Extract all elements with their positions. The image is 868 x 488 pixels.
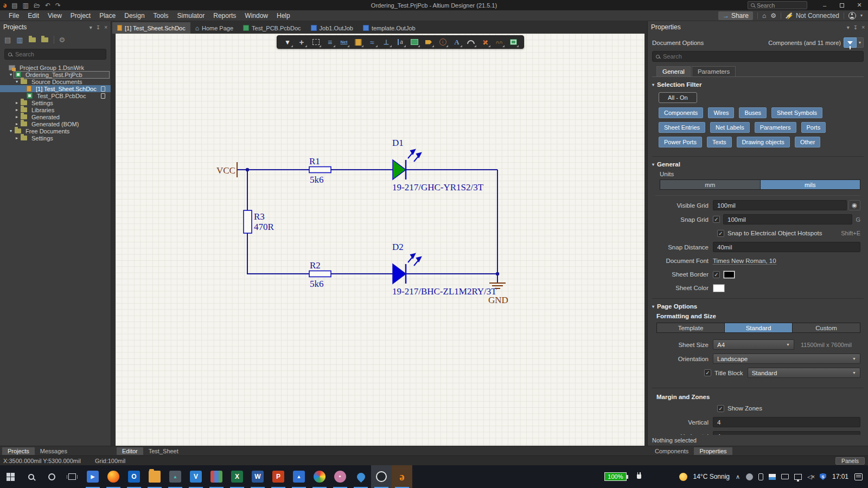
panel-menu-caret-icon[interactable]: ▾	[847, 24, 850, 30]
filter-drawing-objects-button[interactable]: Drawing objects	[737, 137, 790, 147]
sheet-border-checkbox[interactable]: ✓	[713, 271, 720, 278]
panel-settings-icon[interactable]: ⚙	[54, 36, 66, 44]
show-zones-checkbox[interactable]: ✓	[717, 405, 724, 412]
tree-closed-icon[interactable]: ▸	[14, 136, 20, 140]
battery-indicator[interactable]: 100%	[604, 472, 626, 481]
projects-search[interactable]	[4, 49, 106, 60]
wire-icon[interactable]	[366, 37, 378, 48]
r3-value[interactable]: 470R	[254, 222, 275, 232]
panels-button[interactable]: Panels	[835, 457, 865, 465]
bottom-tab-properties[interactable]: Properties	[694, 447, 732, 455]
mode-template-button[interactable]: Template	[657, 323, 724, 332]
taskbar-system-monitor[interactable]	[165, 465, 186, 488]
tree-closed-icon[interactable]: ▸	[14, 100, 20, 105]
taskbar-vscode[interactable]	[186, 465, 206, 488]
d1-designator[interactable]: D1	[392, 138, 404, 148]
tray-expand-icon[interactable]: ∧	[736, 473, 740, 480]
menu-file[interactable]: File	[4, 11, 23, 21]
defender-shield-icon[interactable]: S	[820, 473, 826, 480]
vertical-input[interactable]	[713, 417, 860, 427]
tree-item-libraries[interactable]: ▸ Libraries	[0, 106, 111, 113]
doc-tab-test-pcb-pcbdoc[interactable]: Test_PCB.PcbDoc	[238, 22, 305, 34]
select-icon[interactable]	[310, 37, 322, 48]
taskbar-outlook[interactable]	[124, 465, 144, 488]
d2-designator[interactable]: D2	[392, 242, 404, 252]
bottom-tab-editor[interactable]: Editor	[117, 447, 143, 455]
tree-closed-icon[interactable]: ▸	[14, 107, 20, 112]
doc-tab-template-outjob[interactable]: template.OutJob	[358, 22, 420, 34]
visible-grid-eye-button[interactable]: ◉	[848, 200, 860, 210]
sheet-size-select[interactable]: A4 ▼	[713, 339, 794, 350]
net-icon[interactable]	[338, 37, 350, 48]
filter-ports-button[interactable]: Ports	[801, 122, 826, 133]
menu-project[interactable]: Project	[66, 11, 95, 21]
filter-texts-button[interactable]: Texts	[707, 137, 732, 147]
align-icon[interactable]	[324, 37, 336, 48]
task-view-button[interactable]	[62, 465, 82, 488]
open-icon[interactable]: 🗁	[34, 2, 40, 9]
part-icon[interactable]	[352, 37, 364, 48]
volume-muted-icon[interactable]: ◁×	[807, 473, 814, 480]
r2-value[interactable]: 5k6	[310, 279, 324, 289]
port-icon[interactable]	[423, 37, 435, 48]
title-block-checkbox[interactable]: ✓	[704, 369, 711, 376]
redo-icon[interactable]: ↷	[55, 2, 61, 9]
tray-display-icon[interactable]	[794, 474, 802, 480]
save-icon[interactable]: ▤	[11, 2, 17, 9]
orientation-select[interactable]: Landscape ▼	[713, 354, 860, 364]
component-icon[interactable]	[507, 37, 519, 48]
taskbar-media-player[interactable]	[82, 465, 103, 488]
filter-sheet-entries-button[interactable]: Sheet Entries	[659, 122, 705, 133]
selection-filter-section-header[interactable]: ▾ Selection Filter	[652, 81, 864, 88]
taskbar-firefox[interactable]	[103, 465, 124, 488]
doc-tab-home-page[interactable]: ⌂ Home Page	[190, 22, 238, 34]
text-icon[interactable]	[451, 37, 463, 48]
snap-hotspots-checkbox[interactable]: ✓	[717, 230, 724, 237]
d2-part-number[interactable]: 19-217/BHC-ZL1M2RY/3T	[392, 286, 497, 297]
taskbar-search-button[interactable]	[21, 465, 41, 488]
validate-project-icon[interactable]: ▥	[16, 36, 23, 44]
filter-buses-button[interactable]: Buses	[739, 107, 767, 118]
doc-tab-1-test-sheet-schdoc[interactable]: [1] Test_Sheet.SchDoc	[112, 22, 190, 34]
tree-item-settings[interactable]: ▸ Settings	[0, 99, 111, 106]
menu-help[interactable]: Help	[272, 11, 295, 21]
r1-value[interactable]: 5k6	[310, 175, 324, 185]
tree-open-icon[interactable]: ▾	[8, 129, 14, 133]
user-avatar-icon[interactable]	[848, 12, 856, 20]
share-button[interactable]: → Share	[718, 11, 753, 20]
sheet-border-color-swatch[interactable]	[723, 271, 735, 279]
units-mm-button[interactable]: mm	[660, 180, 760, 189]
taskbar-edge[interactable]	[309, 465, 330, 488]
tree-item-test-pcb-pcbdoc[interactable]: Test_PCB.PcbDoc	[0, 92, 111, 99]
arc-icon[interactable]	[465, 37, 477, 48]
weather-text[interactable]: 14°C Sonnig	[693, 473, 730, 480]
resistor-r1[interactable]	[309, 167, 331, 173]
tree-item-project-group-1-dsnwrk[interactable]: Project Group 1.DsnWrk	[0, 64, 111, 71]
parameter-icon[interactable]	[437, 37, 449, 48]
properties-search-input[interactable]	[663, 53, 860, 60]
filter-icon[interactable]	[282, 37, 293, 48]
snap-grid-input[interactable]	[723, 214, 852, 224]
connection-status[interactable]: ⚡ Not Connected	[786, 12, 839, 20]
menu-tools[interactable]: Tools	[149, 11, 173, 21]
cortana-button[interactable]	[41, 465, 62, 488]
snap-distance-input[interactable]	[713, 242, 860, 252]
undo-icon[interactable]: ↶	[45, 2, 50, 9]
mode-custom-button[interactable]: Custom	[792, 323, 860, 332]
sheet-symbol-icon[interactable]	[409, 37, 420, 48]
taskbar-word[interactable]	[247, 465, 268, 488]
close-button[interactable]: ✕	[851, 0, 868, 10]
visible-grid-input[interactable]	[713, 200, 847, 210]
taskbar-photos[interactable]	[289, 465, 309, 488]
taskbar-obs[interactable]	[371, 465, 392, 488]
page-options-section-header[interactable]: ▾ Page Options	[652, 303, 864, 310]
project-options-icon[interactable]	[41, 37, 48, 42]
bottom-tab-components[interactable]: Components	[649, 447, 694, 455]
tray-phone-icon[interactable]	[758, 473, 763, 480]
maximize-button[interactable]	[833, 0, 851, 10]
tree-item-settings[interactable]: ▸ Settings	[0, 134, 111, 142]
menu-edit[interactable]: Edit	[23, 11, 43, 21]
gnd-label[interactable]: GND	[488, 295, 508, 305]
panel-pin-icon[interactable]: ↧	[853, 24, 858, 30]
sheet-color-swatch[interactable]	[713, 284, 725, 292]
